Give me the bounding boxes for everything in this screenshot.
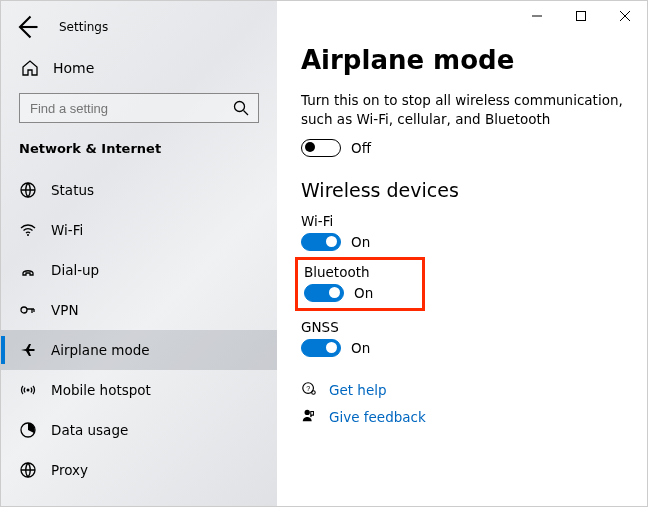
arrow-left-icon (13, 13, 41, 41)
sidebar-item-dialup[interactable]: Dial-up (1, 250, 277, 290)
data-usage-icon (19, 421, 37, 439)
sidebar-item-status[interactable]: Status (1, 170, 277, 210)
sidebar-home-label: Home (53, 60, 94, 76)
bluetooth-highlight: Bluetooth On (295, 257, 425, 311)
sidebar-item-data-usage[interactable]: Data usage (1, 410, 277, 450)
svg-point-10 (312, 391, 316, 395)
wifi-state: On (351, 234, 370, 250)
wireless-devices-heading: Wireless devices (301, 179, 623, 201)
window-controls (515, 1, 647, 31)
give-feedback-text: Give feedback (329, 409, 426, 425)
wifi-label: Wi-Fi (301, 213, 623, 229)
page-description: Turn this on to stop all wireless commun… (301, 91, 623, 129)
globe-icon (19, 181, 37, 199)
wifi-toggle[interactable] (301, 233, 341, 251)
sidebar-item-airplane-mode[interactable]: Airplane mode (1, 330, 277, 370)
sidebar-item-label: Mobile hotspot (51, 382, 151, 398)
svg-point-0 (235, 102, 245, 112)
bluetooth-label: Bluetooth (304, 264, 412, 280)
sidebar: Settings Home Network & Internet Status … (1, 1, 277, 506)
get-help-text: Get help (329, 382, 387, 398)
get-help-link[interactable]: ? Get help (301, 381, 623, 400)
airplane-icon (19, 341, 37, 359)
maximize-button[interactable] (559, 1, 603, 31)
window-title: Settings (59, 20, 108, 34)
give-feedback-link[interactable]: Give feedback (301, 408, 623, 427)
svg-point-2 (27, 234, 29, 236)
sidebar-item-label: Data usage (51, 422, 128, 438)
help-links: ? Get help Give feedback (301, 381, 623, 427)
gnss-label: GNSS (301, 319, 623, 335)
close-button[interactable] (603, 1, 647, 31)
sidebar-item-vpn[interactable]: VPN (1, 290, 277, 330)
airplane-mode-toggle[interactable] (301, 139, 341, 157)
svg-point-11 (305, 410, 310, 415)
bluetooth-toggle[interactable] (304, 284, 344, 302)
help-icon: ? (301, 381, 317, 400)
gnss-state: On (351, 340, 370, 356)
sidebar-category: Network & Internet (1, 137, 277, 170)
feedback-icon (301, 408, 317, 427)
page-title: Airplane mode (301, 45, 623, 75)
vpn-icon (19, 301, 37, 319)
airplane-mode-state: Off (351, 140, 371, 156)
hotspot-icon (19, 381, 37, 399)
sidebar-item-label: Proxy (51, 462, 88, 478)
sidebar-item-label: Airplane mode (51, 342, 150, 358)
sidebar-item-label: Status (51, 182, 94, 198)
search-icon (232, 99, 250, 117)
sidebar-item-wifi[interactable]: Wi-Fi (1, 210, 277, 250)
sidebar-item-proxy[interactable]: Proxy (1, 450, 277, 490)
wifi-icon (19, 221, 37, 239)
svg-point-3 (21, 307, 27, 313)
sidebar-item-label: VPN (51, 302, 78, 318)
content-area: Airplane mode Turn this on to stop all w… (277, 1, 647, 506)
sidebar-item-label: Dial-up (51, 262, 99, 278)
search-input[interactable] (28, 100, 232, 117)
dialup-icon (19, 261, 37, 279)
home-icon (21, 59, 39, 77)
svg-text:?: ? (306, 385, 310, 393)
sidebar-item-mobile-hotspot[interactable]: Mobile hotspot (1, 370, 277, 410)
sidebar-home[interactable]: Home (1, 49, 277, 87)
svg-point-4 (27, 389, 30, 392)
minimize-button[interactable] (515, 1, 559, 31)
bluetooth-state: On (354, 285, 373, 301)
proxy-icon (19, 461, 37, 479)
search-box[interactable] (19, 93, 259, 123)
svg-rect-7 (577, 12, 586, 21)
sidebar-item-label: Wi-Fi (51, 222, 83, 238)
back-button[interactable] (13, 13, 41, 41)
titlebar-left: Settings (1, 9, 277, 45)
gnss-toggle[interactable] (301, 339, 341, 357)
